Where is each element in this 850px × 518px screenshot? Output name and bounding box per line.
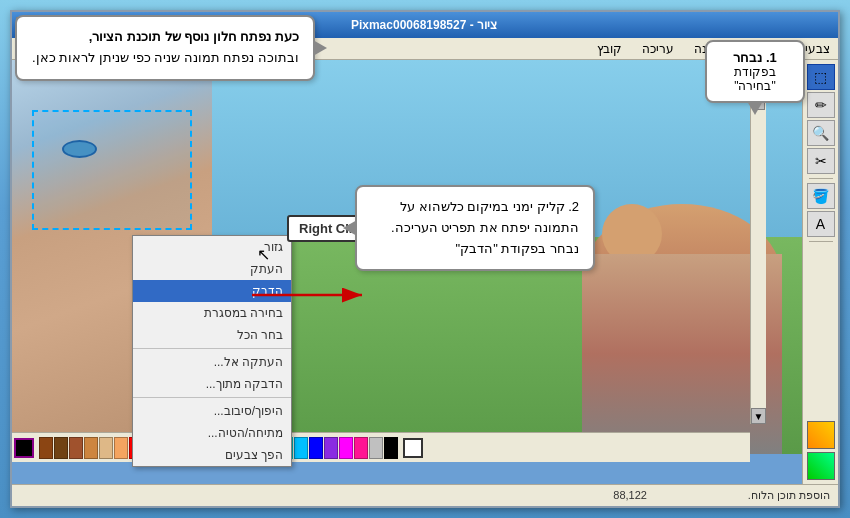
palette-swatch-magenta[interactable] xyxy=(339,437,353,459)
ctx-copy-to[interactable]: העתקה אל... xyxy=(133,351,291,373)
palette-swatch-silver[interactable] xyxy=(369,437,383,459)
balloon-center-line1: 2. קליק ימני במיקום כלשהוא על xyxy=(371,197,579,218)
balloon-right: 1. נבחר בפקודת "בחירה" xyxy=(705,40,805,103)
color-swatch-2[interactable] xyxy=(807,452,835,480)
palette-swatch-tan[interactable] xyxy=(99,437,113,459)
color-swatch-1[interactable] xyxy=(807,421,835,449)
scissors-tool[interactable]: ✂ xyxy=(807,148,835,174)
color-palette xyxy=(12,432,750,462)
palette-swatch-sand[interactable] xyxy=(114,437,128,459)
palette-swatch-orange2[interactable] xyxy=(84,437,98,459)
menu-item-edit[interactable]: עריכה xyxy=(638,40,678,58)
window-title: ציור - Pixmac00068198527 xyxy=(351,18,497,32)
ctx-sep2 xyxy=(133,397,291,398)
palette-swatch-brown2[interactable] xyxy=(54,437,68,459)
image-panel: ▲ ▼ ◄ ► xyxy=(12,60,802,484)
context-menu: גזור העתק הדבק בחירה במסגרת בחר הכל העתק… xyxy=(132,235,292,467)
palette-swatch-pink[interactable] xyxy=(354,437,368,459)
status-suffix: הוספת תוכן הלוח. xyxy=(748,489,830,501)
balloon-center-line2: התמונה יפתח את תפריט העריכה. xyxy=(371,218,579,239)
palette-swatch-brown1[interactable] xyxy=(39,437,53,459)
balloon-top: כעת נפתח חלון נוסף של תוכנת הציור, ובתוכ… xyxy=(15,15,315,81)
balloon-pointer-left xyxy=(343,220,357,236)
balloon-center-line3: נבחר בפקודת "הדבק" xyxy=(371,239,579,260)
balloon-top-line2: ובתוכה נפתח תמונה שניה כפי שניתן לראות כ… xyxy=(31,48,299,69)
foreground-color[interactable] xyxy=(14,438,34,458)
selection-tool[interactable]: ⬚ xyxy=(807,64,835,90)
balloon-top-line1: כעת נפתח חלון נוסף של תוכנת הציור, xyxy=(31,27,299,48)
menu-item-file[interactable]: קובץ xyxy=(593,40,626,58)
balloon-pointer-right xyxy=(313,40,327,56)
fill-tool[interactable]: 🪣 xyxy=(807,183,835,209)
main-content: ▲ ▼ ◄ ► xyxy=(12,60,838,484)
palette-swatch-white[interactable] xyxy=(403,438,423,458)
red-arrow-svg xyxy=(242,275,382,315)
balloon-right-line3: "בחירה" xyxy=(717,79,793,93)
status-coords: 88,122 xyxy=(613,489,647,501)
toolbar-separator2 xyxy=(809,241,833,242)
toolbar-separator xyxy=(809,178,833,179)
ctx-flip[interactable]: היפוך/סיבוב... xyxy=(133,400,291,422)
magnifier-tool[interactable]: 🔍 xyxy=(807,120,835,146)
ctx-sep1 xyxy=(133,348,291,349)
palette-swatch-sky[interactable] xyxy=(294,437,308,459)
selection-box xyxy=(32,110,192,230)
toolbar-colors xyxy=(807,421,835,480)
status-text: הוספת תוכן הלוח. 88,122 xyxy=(613,489,830,502)
balloon-right-line2: בפקודת xyxy=(717,65,793,79)
balloon-right-num: 1. נבחר xyxy=(717,50,793,65)
ctx-paste-from[interactable]: הדבקה מתוך... xyxy=(133,373,291,395)
ctx-invert[interactable]: הפך צבעים xyxy=(133,444,291,466)
pencil-tool[interactable]: ✏ xyxy=(807,92,835,118)
right-toolbar: ⬚ ✏ 🔍 ✂ 🪣 A xyxy=(802,60,838,484)
palette-swatch-orange1[interactable] xyxy=(69,437,83,459)
palette-swatch-blue[interactable] xyxy=(309,437,323,459)
cursor-icon: ↖ xyxy=(257,245,273,265)
ctx-select-all[interactable]: בחר הכל xyxy=(133,324,291,346)
palette-swatch-purple[interactable] xyxy=(324,437,338,459)
ctx-stretch[interactable]: מתיחה/הטיה... xyxy=(133,422,291,444)
balloon-pointer-down xyxy=(747,101,763,115)
text-tool[interactable]: A xyxy=(807,211,835,237)
balloon-center-right: 2. קליק ימני במיקום כלשהוא על התמונה יפת… xyxy=(355,185,595,271)
status-bar: הוספת תוכן הלוח. 88,122 xyxy=(12,484,838,506)
scroll-down-button[interactable]: ▼ xyxy=(751,408,766,424)
palette-swatch-black[interactable] xyxy=(384,437,398,459)
